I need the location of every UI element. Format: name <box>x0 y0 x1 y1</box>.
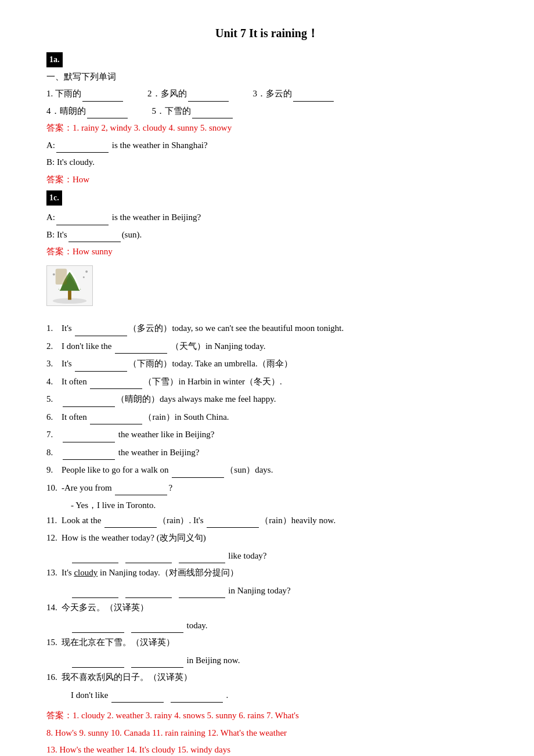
svg-rect-8 <box>56 268 67 284</box>
dialogue-b-1a: B: It's cloudy. <box>46 155 488 170</box>
dialogue-a-1c: A: is the weather in Beijing? <box>46 210 488 225</box>
dialogue-b-1c: B: It's(sun). <box>46 228 488 243</box>
exercise-item-15: 15. 现在北京在下雪。（汉译英） in Beijing now. <box>46 635 488 668</box>
final-answers: 答案：1. cloudy 2. weather 3. rainy 4. snow… <box>46 708 488 756</box>
exercise-item-5: 5. （晴朗的）days always make me feel happy. <box>46 392 488 407</box>
svg-point-6 <box>83 276 85 278</box>
vocab-item-1: 1. 下雨的 <box>46 87 124 102</box>
exercise-item-16: 16. 我不喜欢刮风的日子。（汉译英） I don't like . <box>46 670 488 703</box>
exercise-item-10: 10. -Are you from ? - Yes，I live in Toro… <box>46 481 488 513</box>
dialogue-a-1a: A: is the weather in Shanghai? <box>46 138 488 153</box>
vocab-item-5: 5．下雪的 <box>152 104 234 119</box>
exercise-item-12: 12. How is the weather today? (改为同义句) li… <box>46 531 488 563</box>
page-title: Unit 7 It is raining！ <box>46 23 488 43</box>
answer-1c: 答案：How sunny <box>46 244 488 260</box>
svg-point-5 <box>53 273 55 275</box>
exercise-item-6: 6. It often （rain）in South China. <box>46 410 488 425</box>
exercise-item-4: 4. It often （下雪）in Harbin in winter（冬天）. <box>46 375 488 390</box>
exercise-item-8: 8. the weather in Beijing? <box>46 445 488 460</box>
exercise-item-14: 14. 今天多云。（汉译英） today. <box>46 600 488 633</box>
exercise-item-9: 9. People like to go for a walk on （sun）… <box>46 463 488 478</box>
exercise-section: 1. It's （多云的）today, so we can't see the … <box>46 321 488 703</box>
section-1a-header: 一、默写下列单词 <box>46 70 488 85</box>
vocab-item-2: 2．多风的 <box>147 87 230 102</box>
vocab-item-3: 3．多云的 <box>253 87 335 102</box>
exercise-item-3: 3. It's （下雨的）today. Take an umbrella.（雨伞… <box>46 357 488 372</box>
exercise-item-7: 7. the weather like in Beijing? <box>46 427 488 442</box>
exercise-item-1: 1. It's （多云的）today, so we can't see the … <box>46 321 488 336</box>
section-1a-label: 1a. <box>46 52 63 67</box>
exercise-item-2: 2. I don't like the （天气）in Nanjing today… <box>46 339 488 354</box>
answer-vocab: 答案：1. rainy 2, windy 3. cloudy 4. sunny … <box>46 121 488 136</box>
exercise-item-13: 13. It's cloudy in Nanjing today.（对画线部分提… <box>46 566 488 598</box>
final-answer-line2: 8. How's 9. sunny 10. Canada 11. rain ra… <box>46 726 488 741</box>
exercise-item-11: 11. Look at the （rain）. It's （rain）heavi… <box>46 513 488 528</box>
final-answer-line1: 答案：1. cloudy 2. weather 3. rainy 4. snow… <box>46 708 488 723</box>
final-answer-line3: 13. How's the weather 14. It's cloudy 15… <box>46 743 488 756</box>
weather-image <box>46 265 93 306</box>
svg-point-7 <box>85 270 88 272</box>
section-1c-label: 1c. <box>46 190 62 206</box>
answer-dialogue-1a: 答案：How <box>46 172 488 188</box>
vocab-item-4: 4．晴朗的 <box>46 104 129 119</box>
vocab-grid: 1. 下雨的 2．多风的 3．多云的 4．晴朗的 5．下雪的 <box>46 87 488 118</box>
